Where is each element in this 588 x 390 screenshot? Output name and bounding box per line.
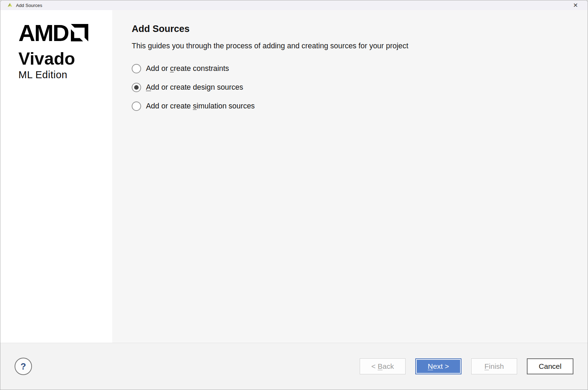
question-mark-icon: ? <box>21 361 26 372</box>
radio-circle-icon[interactable] <box>132 101 141 111</box>
radio-circle-icon[interactable] <box>132 64 141 73</box>
radio-circle-icon[interactable] <box>132 83 141 92</box>
window-title: Add Sources <box>16 3 42 8</box>
branding-panel: AMD Vivado ML Edition <box>0 10 112 343</box>
wizard-page: Add Sources This guides you through the … <box>112 10 588 343</box>
amd-arrow-icon <box>71 24 88 41</box>
add-sources-dialog: Add Sources ✕ AMD Vivado ML Edition Add … <box>0 0 588 390</box>
help-button[interactable]: ? <box>15 358 32 375</box>
page-subtitle: This guides you through the process of a… <box>132 42 574 50</box>
radio-add-constraints[interactable]: Add or create constraints <box>132 59 574 78</box>
vivado-app-icon <box>7 2 13 8</box>
dialog-content: AMD Vivado ML Edition Add Sources This g… <box>0 10 588 343</box>
cancel-button[interactable]: Cancel <box>527 358 573 374</box>
amd-logo: AMD <box>18 23 112 43</box>
source-type-radio-group: Add or create constraints Add or create … <box>132 59 574 116</box>
radio-label: Add or create design sources <box>146 83 243 92</box>
next-button[interactable]: Next > <box>415 358 462 374</box>
wizard-footer: ? < Back Next > Finish Cancel <box>0 343 588 390</box>
back-button[interactable]: < Back <box>360 358 406 374</box>
finish-button[interactable]: Finish <box>471 358 517 374</box>
radio-add-simulation-sources[interactable]: Add or create simulation sources <box>132 97 574 116</box>
wizard-buttons: < Back Next > Finish Cancel <box>360 358 573 374</box>
ml-edition-label: ML Edition <box>18 70 112 80</box>
radio-label: Add or create simulation sources <box>146 102 255 111</box>
radio-add-design-sources[interactable]: Add or create design sources <box>132 78 574 97</box>
close-icon[interactable]: ✕ <box>567 0 583 10</box>
amd-wordmark: AMD <box>18 23 68 43</box>
radio-label: Add or create constraints <box>146 64 229 73</box>
radio-selected-dot <box>134 85 139 90</box>
title-bar: Add Sources ✕ <box>0 0 588 10</box>
vivado-wordmark: Vivado <box>18 50 112 67</box>
page-title: Add Sources <box>132 24 574 34</box>
